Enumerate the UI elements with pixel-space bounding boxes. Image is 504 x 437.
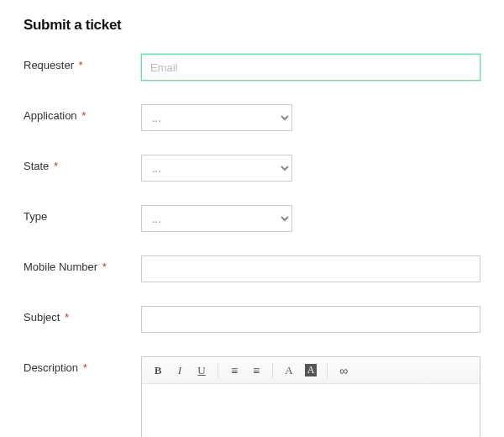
- background-color-button[interactable]: A: [300, 361, 322, 381]
- required-marker: *: [79, 59, 83, 71]
- application-select[interactable]: ...: [141, 104, 292, 131]
- link-button[interactable]: ∞: [333, 361, 354, 381]
- label-text: Requester: [24, 59, 74, 71]
- underline-button[interactable]: U: [191, 361, 213, 381]
- bold-button[interactable]: B: [147, 361, 169, 381]
- row-requester: Requester *: [24, 54, 480, 81]
- page-title: Submit a ticket: [24, 17, 480, 34]
- required-marker: *: [54, 160, 58, 172]
- label-text: Description: [24, 361, 78, 374]
- row-state: State * ...: [24, 155, 480, 182]
- toolbar-separator: [218, 363, 218, 378]
- label-description: Description *: [24, 356, 141, 374]
- requester-input[interactable]: [141, 54, 480, 81]
- description-editor: B I U ≡ ≡ A A ∞: [141, 356, 480, 437]
- row-description: Description * B I U ≡ ≡ A A ∞: [24, 356, 480, 437]
- row-type: Type ...: [24, 205, 480, 232]
- label-state: State *: [24, 155, 141, 172]
- toolbar-separator: [272, 363, 273, 378]
- row-mobile-number: Mobile Number *: [24, 255, 480, 282]
- subject-input[interactable]: [141, 306, 480, 333]
- required-marker: *: [65, 311, 69, 324]
- description-input[interactable]: [142, 384, 480, 437]
- toolbar-separator: [327, 363, 328, 378]
- row-application: Application * ...: [24, 104, 480, 131]
- label-application: Application *: [24, 104, 141, 122]
- label-text: Subject: [24, 311, 60, 324]
- required-marker: *: [81, 109, 86, 122]
- type-select[interactable]: ...: [141, 205, 292, 232]
- italic-button[interactable]: I: [169, 361, 191, 381]
- label-text: Application: [24, 109, 77, 122]
- row-subject: Subject *: [24, 306, 480, 333]
- state-select[interactable]: ...: [141, 155, 292, 182]
- label-text: Type: [24, 210, 47, 223]
- required-marker: *: [102, 261, 107, 273]
- label-text: Mobile Number: [24, 261, 97, 273]
- numbered-list-button[interactable]: ≡: [245, 361, 267, 381]
- bulleted-list-button[interactable]: ≡: [223, 361, 245, 381]
- label-text: State: [24, 160, 49, 172]
- mobile-number-input[interactable]: [141, 255, 480, 282]
- label-subject: Subject *: [24, 306, 141, 324]
- label-requester: Requester *: [24, 54, 141, 71]
- required-marker: *: [83, 361, 87, 374]
- text-color-button[interactable]: A: [278, 361, 300, 381]
- label-type: Type: [24, 205, 141, 223]
- editor-toolbar: B I U ≡ ≡ A A ∞: [142, 357, 480, 384]
- label-mobile-number: Mobile Number *: [24, 255, 141, 273]
